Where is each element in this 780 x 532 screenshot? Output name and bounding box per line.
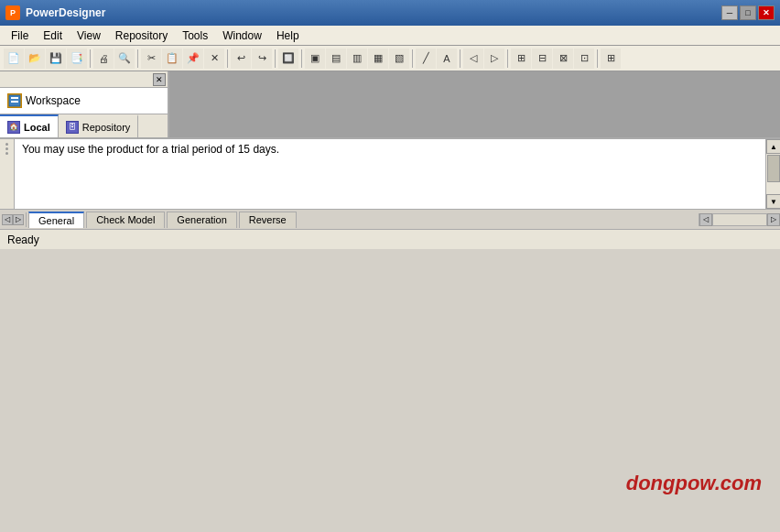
- menu-file[interactable]: File: [4, 26, 36, 45]
- repository-icon: 🗄: [66, 121, 79, 134]
- menu-tools[interactable]: Tools: [175, 26, 215, 45]
- toolbar-zoom1[interactable]: ⊞: [511, 49, 531, 69]
- scroll-thumb[interactable]: [767, 155, 780, 182]
- toolbar-zoom4[interactable]: ⊡: [574, 49, 594, 69]
- close-button[interactable]: ✕: [758, 5, 775, 20]
- toolbar-btn2[interactable]: ▤: [326, 49, 346, 69]
- output-panel: You may use the product for a trial peri…: [0, 137, 780, 229]
- maximize-button[interactable]: □: [740, 5, 756, 20]
- toolbar-sep6: [412, 49, 413, 68]
- scroll-up-button[interactable]: ▲: [766, 139, 780, 154]
- tab-check-model[interactable]: Check Model: [86, 212, 165, 228]
- toolbar-btn3[interactable]: ▥: [347, 49, 367, 69]
- svg-rect-1: [11, 97, 18, 99]
- workspace-tree: Workspace: [0, 88, 168, 114]
- output-message: You may use the product for a trial peri…: [22, 143, 279, 156]
- output-left-grip: [0, 139, 15, 209]
- toolbar-sep1: [90, 49, 91, 68]
- menu-window[interactable]: Window: [215, 26, 269, 45]
- tab-local[interactable]: 🏠 Local: [0, 114, 59, 137]
- left-panel: ✕ Workspace 🏠 Local 🗄 Re: [0, 71, 169, 137]
- toolbar-save[interactable]: 💾: [46, 49, 66, 69]
- status-text: Ready: [7, 233, 39, 246]
- toolbar-draw2[interactable]: A: [437, 49, 457, 69]
- hscroll-right[interactable]: ▷: [767, 213, 780, 226]
- toolbar-undo[interactable]: ↩: [231, 49, 251, 69]
- tab-repository[interactable]: 🗄 Repository: [59, 114, 139, 137]
- hscroll-track: [712, 213, 767, 226]
- output-tabs-row: ◁ ▷ General Check Model Generation Rever…: [0, 209, 780, 229]
- toolbar-new[interactable]: 📄: [4, 49, 24, 69]
- toolbar-model[interactable]: 🔲: [278, 49, 298, 69]
- scroll-down-button[interactable]: ▼: [766, 194, 780, 209]
- toolbar-zoom3[interactable]: ⊠: [553, 49, 573, 69]
- panel-tabs: 🏠 Local 🗄 Repository: [0, 114, 168, 137]
- menu-repository[interactable]: Repository: [108, 26, 175, 45]
- local-icon: 🏠: [7, 121, 20, 134]
- toolbar-sep5: [301, 49, 302, 68]
- toolbar-sep2: [137, 49, 138, 68]
- toolbar-sep4: [275, 49, 276, 68]
- output-content: You may use the product for a trial peri…: [15, 139, 765, 159]
- tab-local-label: Local: [24, 122, 50, 133]
- toolbar-extra[interactable]: ⊞: [601, 49, 621, 69]
- scroll-track: [766, 154, 780, 194]
- menu-bar: File Edit View Repository Tools Window H…: [0, 26, 780, 46]
- toolbar: 📄 📂 💾 📑 🖨 🔍 ✂ 📋 📌 ✕ ↩ ↪ 🔲 ▣ ▤ ▥ ▦ ▧ ╱ A …: [0, 46, 780, 71]
- app-title: PowerDesigner: [26, 6, 721, 19]
- tree-item-workspace[interactable]: Workspace: [4, 92, 164, 110]
- minimize-button[interactable]: ─: [721, 5, 738, 20]
- toolbar-btn1[interactable]: ▣: [305, 49, 325, 69]
- toolbar-cut[interactable]: ✂: [141, 49, 161, 69]
- toolbar-sep7: [460, 49, 460, 68]
- menu-edit[interactable]: Edit: [36, 26, 70, 45]
- title-bar: P PowerDesigner ─ □ ✕: [0, 0, 780, 26]
- h-scroll: ◁ ▷: [699, 213, 780, 226]
- toolbar-sep9: [597, 49, 598, 68]
- left-panel-header: ✕: [0, 71, 168, 88]
- grip-dot-1: [5, 143, 8, 146]
- toolbar-zoom2[interactable]: ⊟: [532, 49, 552, 69]
- toolbar-redo[interactable]: ↪: [252, 49, 272, 69]
- watermark: dongpow.com: [626, 472, 762, 495]
- window-controls: ─ □ ✕: [721, 5, 775, 20]
- toolbar-sep8: [507, 49, 508, 68]
- toolbar-btn4[interactable]: ▦: [368, 49, 388, 69]
- toolbar-save2[interactable]: 📑: [67, 49, 87, 69]
- toolbar-nav1[interactable]: ◁: [463, 49, 483, 69]
- toolbar-draw1[interactable]: ╱: [416, 49, 436, 69]
- tab-nav: ◁ ▷: [0, 212, 27, 227]
- hscroll-left[interactable]: ◁: [699, 213, 712, 226]
- tab-prev-button[interactable]: ◁: [2, 214, 13, 225]
- toolbar-copy[interactable]: 📋: [162, 49, 182, 69]
- menu-view[interactable]: View: [70, 26, 108, 45]
- panel-close-button[interactable]: ✕: [153, 73, 166, 86]
- toolbar-nav2[interactable]: ▷: [484, 49, 504, 69]
- toolbar-delete[interactable]: ✕: [204, 49, 224, 69]
- output-scrollbar[interactable]: ▲ ▼: [765, 139, 780, 209]
- tab-generation[interactable]: Generation: [167, 212, 236, 228]
- toolbar-btn5[interactable]: ▧: [389, 49, 409, 69]
- workspace-container: ✕ Workspace 🏠 Local 🗄 Re: [0, 71, 780, 137]
- tab-next-button[interactable]: ▷: [13, 214, 24, 225]
- svg-rect-2: [11, 101, 18, 103]
- workspace-label: Workspace: [26, 94, 81, 107]
- app-icon: P: [5, 5, 20, 20]
- tab-general[interactable]: General: [28, 212, 84, 228]
- tab-reverse[interactable]: Reverse: [239, 212, 297, 228]
- toolbar-open[interactable]: 📂: [25, 49, 45, 69]
- toolbar-paste[interactable]: 📌: [183, 49, 203, 69]
- menu-help[interactable]: Help: [269, 26, 307, 45]
- toolbar-preview[interactable]: 🔍: [114, 49, 135, 69]
- workspace-icon: [7, 93, 22, 108]
- main-canvas: [169, 71, 780, 137]
- tab-repository-label: Repository: [82, 122, 131, 133]
- toolbar-sep3: [227, 49, 228, 68]
- grip-dot-3: [5, 152, 8, 155]
- output-tabs: General Check Model Generation Reverse: [27, 212, 699, 228]
- grip-dot-2: [5, 147, 8, 150]
- status-bar: Ready: [0, 229, 780, 249]
- toolbar-print[interactable]: 🖨: [93, 49, 114, 69]
